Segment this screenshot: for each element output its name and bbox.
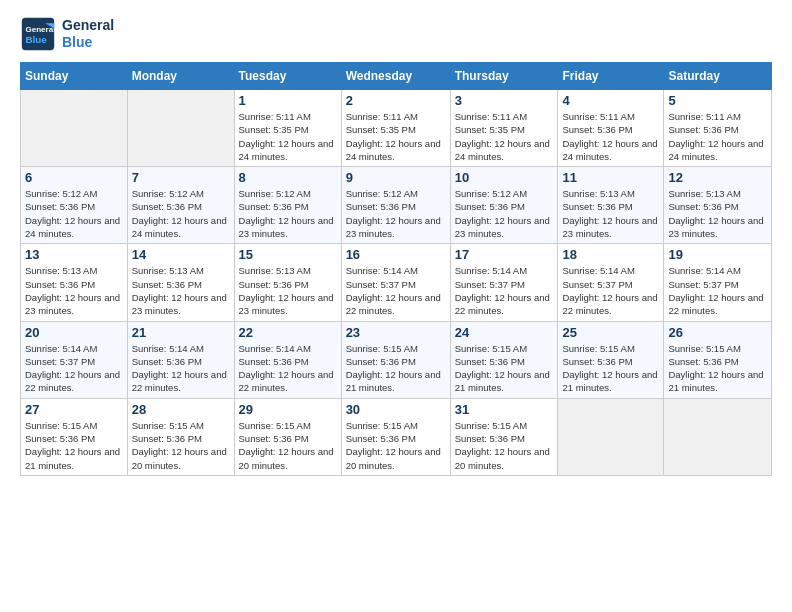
calendar-cell: 22Sunrise: 5:14 AMSunset: 5:36 PMDayligh…	[234, 321, 341, 398]
day-info: Sunrise: 5:12 AMSunset: 5:36 PMDaylight:…	[346, 187, 446, 240]
weekday-header-saturday: Saturday	[664, 63, 772, 90]
calendar-week-row: 6Sunrise: 5:12 AMSunset: 5:36 PMDaylight…	[21, 167, 772, 244]
day-info: Sunrise: 5:14 AMSunset: 5:37 PMDaylight:…	[668, 264, 767, 317]
day-number: 15	[239, 247, 337, 262]
calendar-cell: 13Sunrise: 5:13 AMSunset: 5:36 PMDayligh…	[21, 244, 128, 321]
calendar-cell: 4Sunrise: 5:11 AMSunset: 5:36 PMDaylight…	[558, 90, 664, 167]
day-number: 24	[455, 325, 554, 340]
weekday-header-monday: Monday	[127, 63, 234, 90]
calendar-cell: 27Sunrise: 5:15 AMSunset: 5:36 PMDayligh…	[21, 398, 128, 475]
day-info: Sunrise: 5:15 AMSunset: 5:36 PMDaylight:…	[346, 342, 446, 395]
day-info: Sunrise: 5:11 AMSunset: 5:35 PMDaylight:…	[455, 110, 554, 163]
day-info: Sunrise: 5:15 AMSunset: 5:36 PMDaylight:…	[668, 342, 767, 395]
calendar-cell	[664, 398, 772, 475]
calendar-cell: 18Sunrise: 5:14 AMSunset: 5:37 PMDayligh…	[558, 244, 664, 321]
day-number: 13	[25, 247, 123, 262]
calendar-cell: 28Sunrise: 5:15 AMSunset: 5:36 PMDayligh…	[127, 398, 234, 475]
calendar-cell: 16Sunrise: 5:14 AMSunset: 5:37 PMDayligh…	[341, 244, 450, 321]
day-info: Sunrise: 5:12 AMSunset: 5:36 PMDaylight:…	[25, 187, 123, 240]
day-info: Sunrise: 5:12 AMSunset: 5:36 PMDaylight:…	[132, 187, 230, 240]
day-info: Sunrise: 5:11 AMSunset: 5:36 PMDaylight:…	[668, 110, 767, 163]
calendar-cell: 15Sunrise: 5:13 AMSunset: 5:36 PMDayligh…	[234, 244, 341, 321]
day-info: Sunrise: 5:15 AMSunset: 5:36 PMDaylight:…	[25, 419, 123, 472]
day-number: 12	[668, 170, 767, 185]
day-info: Sunrise: 5:11 AMSunset: 5:35 PMDaylight:…	[346, 110, 446, 163]
calendar-week-row: 1Sunrise: 5:11 AMSunset: 5:35 PMDaylight…	[21, 90, 772, 167]
calendar-week-row: 13Sunrise: 5:13 AMSunset: 5:36 PMDayligh…	[21, 244, 772, 321]
day-info: Sunrise: 5:14 AMSunset: 5:36 PMDaylight:…	[239, 342, 337, 395]
day-number: 14	[132, 247, 230, 262]
day-number: 2	[346, 93, 446, 108]
day-info: Sunrise: 5:14 AMSunset: 5:37 PMDaylight:…	[455, 264, 554, 317]
day-info: Sunrise: 5:15 AMSunset: 5:36 PMDaylight:…	[562, 342, 659, 395]
day-number: 18	[562, 247, 659, 262]
header: General Blue General Blue	[20, 16, 772, 52]
day-number: 10	[455, 170, 554, 185]
day-info: Sunrise: 5:14 AMSunset: 5:37 PMDaylight:…	[346, 264, 446, 317]
calendar-cell: 9Sunrise: 5:12 AMSunset: 5:36 PMDaylight…	[341, 167, 450, 244]
calendar-cell: 29Sunrise: 5:15 AMSunset: 5:36 PMDayligh…	[234, 398, 341, 475]
weekday-header-thursday: Thursday	[450, 63, 558, 90]
calendar-cell: 2Sunrise: 5:11 AMSunset: 5:35 PMDaylight…	[341, 90, 450, 167]
calendar-cell: 12Sunrise: 5:13 AMSunset: 5:36 PMDayligh…	[664, 167, 772, 244]
svg-text:Blue: Blue	[25, 34, 47, 45]
calendar-table: SundayMondayTuesdayWednesdayThursdayFrid…	[20, 62, 772, 476]
day-number: 20	[25, 325, 123, 340]
calendar-cell: 6Sunrise: 5:12 AMSunset: 5:36 PMDaylight…	[21, 167, 128, 244]
day-number: 17	[455, 247, 554, 262]
day-number: 23	[346, 325, 446, 340]
day-number: 5	[668, 93, 767, 108]
day-info: Sunrise: 5:11 AMSunset: 5:36 PMDaylight:…	[562, 110, 659, 163]
day-number: 22	[239, 325, 337, 340]
day-info: Sunrise: 5:11 AMSunset: 5:35 PMDaylight:…	[239, 110, 337, 163]
day-number: 4	[562, 93, 659, 108]
calendar-page: General Blue General Blue SundayMondayTu…	[0, 0, 792, 492]
day-number: 25	[562, 325, 659, 340]
calendar-cell: 20Sunrise: 5:14 AMSunset: 5:37 PMDayligh…	[21, 321, 128, 398]
calendar-cell	[558, 398, 664, 475]
day-number: 21	[132, 325, 230, 340]
day-number: 27	[25, 402, 123, 417]
calendar-cell: 14Sunrise: 5:13 AMSunset: 5:36 PMDayligh…	[127, 244, 234, 321]
day-number: 9	[346, 170, 446, 185]
weekday-header-wednesday: Wednesday	[341, 63, 450, 90]
calendar-cell: 5Sunrise: 5:11 AMSunset: 5:36 PMDaylight…	[664, 90, 772, 167]
day-number: 16	[346, 247, 446, 262]
day-info: Sunrise: 5:15 AMSunset: 5:36 PMDaylight:…	[239, 419, 337, 472]
weekday-header-friday: Friday	[558, 63, 664, 90]
day-number: 6	[25, 170, 123, 185]
day-number: 19	[668, 247, 767, 262]
day-info: Sunrise: 5:13 AMSunset: 5:36 PMDaylight:…	[562, 187, 659, 240]
day-info: Sunrise: 5:13 AMSunset: 5:36 PMDaylight:…	[239, 264, 337, 317]
logo: General Blue General Blue	[20, 16, 114, 52]
calendar-cell: 11Sunrise: 5:13 AMSunset: 5:36 PMDayligh…	[558, 167, 664, 244]
weekday-header-tuesday: Tuesday	[234, 63, 341, 90]
calendar-cell: 7Sunrise: 5:12 AMSunset: 5:36 PMDaylight…	[127, 167, 234, 244]
calendar-cell	[127, 90, 234, 167]
calendar-cell: 23Sunrise: 5:15 AMSunset: 5:36 PMDayligh…	[341, 321, 450, 398]
calendar-cell: 19Sunrise: 5:14 AMSunset: 5:37 PMDayligh…	[664, 244, 772, 321]
day-info: Sunrise: 5:12 AMSunset: 5:36 PMDaylight:…	[455, 187, 554, 240]
day-number: 3	[455, 93, 554, 108]
calendar-cell: 21Sunrise: 5:14 AMSunset: 5:36 PMDayligh…	[127, 321, 234, 398]
day-info: Sunrise: 5:14 AMSunset: 5:37 PMDaylight:…	[25, 342, 123, 395]
day-info: Sunrise: 5:13 AMSunset: 5:36 PMDaylight:…	[132, 264, 230, 317]
calendar-week-row: 27Sunrise: 5:15 AMSunset: 5:36 PMDayligh…	[21, 398, 772, 475]
day-number: 26	[668, 325, 767, 340]
day-number: 11	[562, 170, 659, 185]
logo-text: General Blue	[62, 17, 114, 51]
day-info: Sunrise: 5:15 AMSunset: 5:36 PMDaylight:…	[455, 419, 554, 472]
day-number: 7	[132, 170, 230, 185]
calendar-cell: 30Sunrise: 5:15 AMSunset: 5:36 PMDayligh…	[341, 398, 450, 475]
day-info: Sunrise: 5:12 AMSunset: 5:36 PMDaylight:…	[239, 187, 337, 240]
day-number: 8	[239, 170, 337, 185]
day-number: 28	[132, 402, 230, 417]
day-info: Sunrise: 5:14 AMSunset: 5:37 PMDaylight:…	[562, 264, 659, 317]
day-number: 31	[455, 402, 554, 417]
day-info: Sunrise: 5:15 AMSunset: 5:36 PMDaylight:…	[455, 342, 554, 395]
calendar-cell: 3Sunrise: 5:11 AMSunset: 5:35 PMDaylight…	[450, 90, 558, 167]
weekday-header-row: SundayMondayTuesdayWednesdayThursdayFrid…	[21, 63, 772, 90]
day-number: 30	[346, 402, 446, 417]
calendar-cell: 8Sunrise: 5:12 AMSunset: 5:36 PMDaylight…	[234, 167, 341, 244]
calendar-cell: 25Sunrise: 5:15 AMSunset: 5:36 PMDayligh…	[558, 321, 664, 398]
